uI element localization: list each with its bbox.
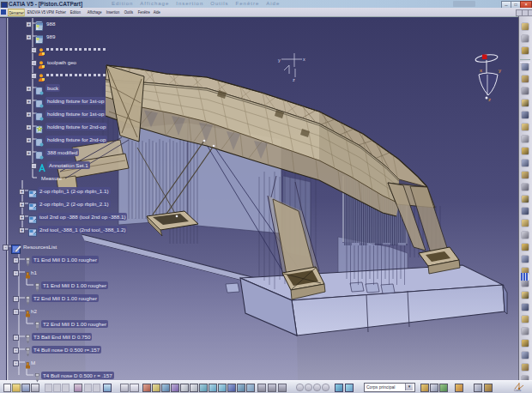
svg-text:z: z bbox=[488, 97, 491, 102]
svg-text:y: y bbox=[278, 57, 281, 63]
svg-text:Catia: Catia bbox=[514, 389, 521, 392]
svg-text:z: z bbox=[293, 77, 295, 82]
svg-text:y: y bbox=[499, 68, 501, 73]
svg-text:x: x bbox=[480, 68, 482, 73]
svg-text:x: x bbox=[303, 57, 305, 62]
